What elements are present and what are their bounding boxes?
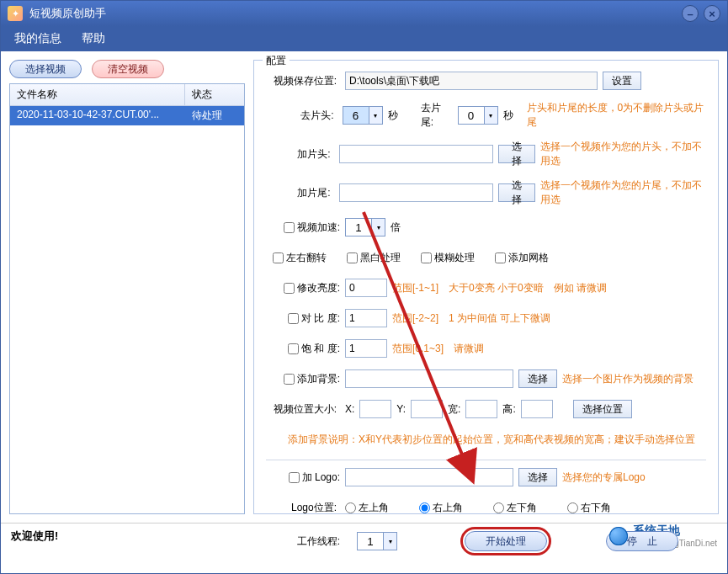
logo-hint: 选择您的专属Logo xyxy=(562,470,646,485)
logo-checkbox[interactable] xyxy=(289,472,300,483)
config-legend: 配置 xyxy=(263,54,290,68)
list-item[interactable]: 2020-11-03-10-42-37.CUT.00'... 待处理 xyxy=(10,106,244,125)
logo-pos-label: Logo位置: xyxy=(266,501,340,515)
cell-filename: 2020-11-03-10-42-37.CUT.00'... xyxy=(10,106,185,125)
menu-help[interactable]: 帮助 xyxy=(82,31,105,46)
speed-spinner[interactable]: ▾ xyxy=(345,218,385,237)
welcome-text: 欢迎使用! xyxy=(11,529,58,544)
app-icon: ✦ xyxy=(8,6,23,21)
logo-tl-radio[interactable] xyxy=(345,502,356,513)
col-filename: 文件名称 xyxy=(10,84,185,105)
pos-label: 视频位置大小: xyxy=(266,402,340,417)
clear-video-button[interactable]: 清空视频 xyxy=(92,60,164,78)
add-head-label: 加片头: xyxy=(266,147,334,162)
blur-checkbox[interactable] xyxy=(421,252,432,263)
chevron-down-icon[interactable]: ▾ xyxy=(484,107,497,124)
select-video-button[interactable]: 选择视频 xyxy=(9,60,82,78)
menubar: 我的信息 帮助 xyxy=(1,26,727,51)
menu-my-info[interactable]: 我的信息 xyxy=(14,31,61,46)
contrast-input[interactable] xyxy=(345,309,387,327)
cell-status: 待处理 xyxy=(185,106,244,125)
saturation-checkbox[interactable] xyxy=(288,343,299,354)
logo-input[interactable] xyxy=(345,468,513,486)
add-tail-hint: 选择一个视频作为您的片尾，不加不用选 xyxy=(540,178,706,207)
choose-bg-button[interactable]: 选择 xyxy=(518,369,557,388)
choose-tail-button[interactable]: 选择 xyxy=(498,183,535,202)
close-button[interactable]: × xyxy=(704,5,720,22)
choose-logo-button[interactable]: 选择 xyxy=(518,468,557,486)
grid-checkbox[interactable] xyxy=(495,252,506,263)
saturation-hint: 范围[0.1~3] 请微调 xyxy=(392,342,484,356)
x-input[interactable] xyxy=(359,400,391,418)
logo-position-group: 左上角 右上角 左下角 右下角 xyxy=(345,501,611,515)
add-tail-label: 加片尾: xyxy=(266,186,334,200)
speed-checkbox[interactable] xyxy=(284,222,295,233)
bw-checkbox[interactable] xyxy=(347,252,358,263)
save-path-label: 视频保存位置: xyxy=(266,74,340,88)
threads-spinner[interactable]: ▾ xyxy=(357,532,397,550)
y-input[interactable] xyxy=(411,400,443,418)
trim-tail-spinner[interactable]: ▾ xyxy=(458,106,498,125)
add-head-hint: 选择一个视频作为您的片头，不加不用选 xyxy=(540,140,706,168)
contrast-hint: 范围[-2~2] 1 为中间值 可上下微调 xyxy=(392,311,550,326)
brightness-checkbox[interactable] xyxy=(284,283,295,294)
brightness-hint: 范围[-1~1] 大于0变亮 小于0变暗 例如 请微调 xyxy=(392,281,607,295)
separator xyxy=(266,460,706,460)
contrast-checkbox[interactable] xyxy=(288,313,299,324)
bg-hint: 选择一个图片作为视频的背景 xyxy=(562,372,693,386)
trim-head-spinner[interactable]: ▾ xyxy=(343,106,383,125)
trim-head-label: 去片头: xyxy=(266,109,337,123)
logo-br-radio[interactable] xyxy=(567,502,578,513)
config-panel: 配置 视频保存位置: 设置 去片头: ▾ 秒 去片尾: ▾ 秒 xyxy=(253,60,719,514)
file-list[interactable]: 文件名称 状态 2020-11-03-10-42-37.CUT.00'... 待… xyxy=(9,83,245,514)
h-input[interactable] xyxy=(521,400,553,418)
logo-bl-radio[interactable] xyxy=(493,502,504,513)
file-list-header: 文件名称 状态 xyxy=(10,84,244,106)
chevron-down-icon[interactable]: ▾ xyxy=(383,533,396,550)
col-status: 状态 xyxy=(185,84,244,105)
choose-position-button[interactable]: 选择位置 xyxy=(573,400,632,418)
w-input[interactable] xyxy=(465,400,497,418)
set-path-button[interactable]: 设置 xyxy=(603,72,641,90)
trim-hint: 片头和片尾的长度，0为不删除片头或片尾 xyxy=(527,101,706,130)
window-title: 短视频原创助手 xyxy=(29,6,682,21)
trim-tail-label: 去片尾: xyxy=(421,101,453,130)
bg-checkbox[interactable] xyxy=(284,374,295,385)
minimize-button[interactable]: – xyxy=(682,5,699,22)
bg-note: 添加背景说明：X和Y代表初步位置的起始位置，宽和高代表视频的宽高；建议手动选择位… xyxy=(288,433,695,447)
add-head-input[interactable] xyxy=(339,145,493,163)
choose-head-button[interactable]: 选择 xyxy=(498,145,535,163)
brightness-input[interactable] xyxy=(345,279,387,297)
app-window: ✦ 短视频原创助手 – × 我的信息 帮助 选择视频 清空视频 文件名称 状态 … xyxy=(0,0,728,574)
add-tail-input[interactable] xyxy=(339,183,493,202)
brand-logo-icon xyxy=(609,527,628,545)
bg-input[interactable] xyxy=(345,369,513,388)
logo-tr-radio[interactable] xyxy=(419,502,430,513)
saturation-input[interactable] xyxy=(345,339,387,358)
threads-label: 工作线程: xyxy=(266,534,340,549)
save-path-input[interactable] xyxy=(345,72,598,90)
chevron-down-icon[interactable]: ▾ xyxy=(369,107,382,124)
chevron-down-icon[interactable]: ▾ xyxy=(371,219,385,236)
flip-checkbox[interactable] xyxy=(273,252,284,263)
start-button[interactable]: 开始处理 xyxy=(465,531,547,551)
left-panel: 选择视频 清空视频 文件名称 状态 2020-11-03-10-42-37.CU… xyxy=(9,60,245,514)
titlebar: ✦ 短视频原创助手 – × xyxy=(1,1,727,26)
